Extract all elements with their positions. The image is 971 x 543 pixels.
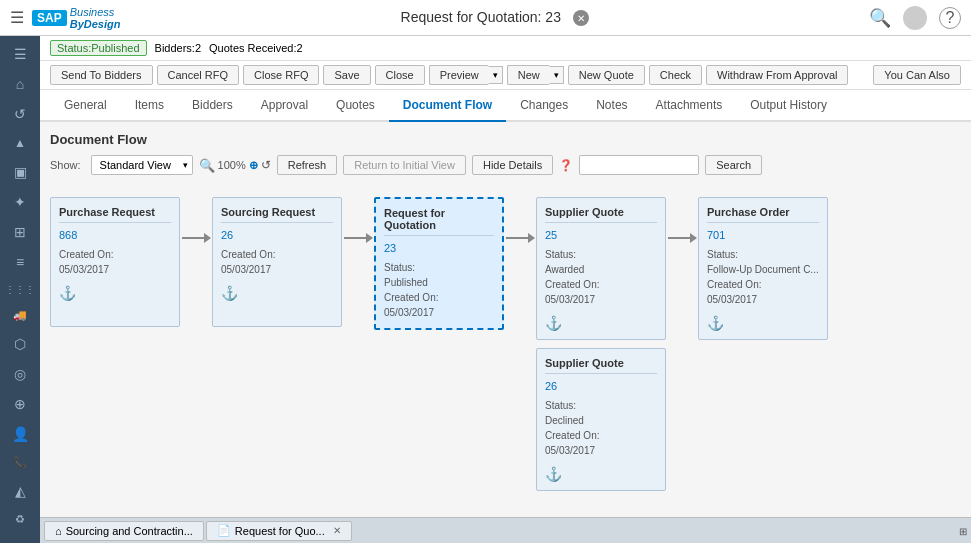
tab-notes[interactable]: Notes: [582, 90, 641, 122]
sidebar-icon-list2[interactable]: ⋮⋮⋮: [0, 278, 40, 301]
save-button[interactable]: Save: [323, 65, 370, 85]
cancel-rfq-button[interactable]: Cancel RFQ: [157, 65, 240, 85]
tab-items[interactable]: Items: [121, 90, 178, 122]
sidebar-icon-target[interactable]: ⊕: [0, 390, 40, 418]
zoom-reset-icon[interactable]: ↺: [261, 158, 271, 172]
help-icon[interactable]: ?: [939, 7, 961, 29]
tab-changes[interactable]: Changes: [506, 90, 582, 122]
node-sq1-id[interactable]: 25: [545, 229, 657, 241]
top-bar-right: 🔍 ?: [869, 6, 961, 30]
created-date-po: 05/03/2017: [707, 292, 819, 307]
node-purchase-request-anchor[interactable]: ⚓: [59, 285, 171, 301]
hide-details-button[interactable]: Hide Details: [472, 155, 553, 175]
created-date-2: 05/03/2017: [221, 262, 333, 277]
node-sourcing-request-id[interactable]: 26: [221, 229, 333, 241]
sidebar-icon-up[interactable]: ▲: [0, 130, 40, 156]
arrow-3: [504, 237, 536, 239]
taskbar-rfq-icon: 📄: [217, 524, 231, 537]
withdraw-button[interactable]: Withdraw From Approval: [706, 65, 848, 85]
sidebar-icon-menu[interactable]: ☰: [0, 40, 40, 68]
search-icon[interactable]: 🔍: [869, 7, 891, 29]
sidebar-icon-recycle[interactable]: ♻: [0, 507, 40, 532]
node-sq2-anchor[interactable]: ⚓: [545, 466, 657, 482]
sidebar-icon-truck[interactable]: 🚚: [0, 303, 40, 328]
tab-approval[interactable]: Approval: [247, 90, 322, 122]
check-button[interactable]: Check: [649, 65, 702, 85]
tab-general[interactable]: General: [50, 90, 121, 122]
node-supplier-quote-1: Supplier Quote 25 Status: Awarded Create…: [536, 197, 666, 340]
send-to-bidders-button[interactable]: Send To Bidders: [50, 65, 153, 85]
sidebar-icon-back[interactable]: ↺: [0, 100, 40, 128]
return-to-initial-button[interactable]: Return to Initial View: [343, 155, 466, 175]
node-purchase-request: Purchase Request 868 Created On: 05/03/2…: [50, 197, 180, 327]
created-date-rfq: 05/03/2017: [384, 305, 494, 320]
taskbar-expand-icon[interactable]: ⊞: [959, 526, 967, 537]
close-rfq-button[interactable]: Close RFQ: [243, 65, 319, 85]
tab-document-flow[interactable]: Document Flow: [389, 90, 506, 122]
node-sq1-anchor[interactable]: ⚓: [545, 315, 657, 331]
sidebar-icon-grid[interactable]: ⊞: [0, 218, 40, 246]
sidebar-icon-home[interactable]: ⌂: [0, 70, 40, 98]
taskbar-rfq[interactable]: 📄 Request for Quo... ✕: [206, 521, 352, 541]
taskbar-sourcing[interactable]: ⌂ Sourcing and Contractin...: [44, 521, 204, 541]
node-po-anchor[interactable]: ⚓: [707, 315, 819, 331]
sidebar-icon-arrows[interactable]: ⊸: [0, 534, 40, 543]
node-po-id[interactable]: 701: [707, 229, 819, 241]
new-quote-button[interactable]: New Quote: [568, 65, 645, 85]
new-arrow[interactable]: ▾: [550, 66, 564, 84]
sidebar-icon-phone[interactable]: 📞: [0, 450, 40, 475]
node-sourcing-request-anchor[interactable]: ⚓: [221, 285, 333, 301]
sidebar-icon-dash1[interactable]: ▣: [0, 158, 40, 186]
tab-quotes[interactable]: Quotes: [322, 90, 389, 122]
created-label-text-2: Created On:: [221, 247, 333, 262]
top-bar: ☰ SAP BusinessByDesign Request for Quota…: [0, 0, 971, 36]
node-sq2-id[interactable]: 26: [545, 380, 657, 392]
node-sq1-title: Supplier Quote: [545, 206, 657, 223]
zoom-in-icon[interactable]: ⊕: [249, 159, 258, 172]
close-title-icon[interactable]: ✕: [573, 10, 589, 26]
tabs-bar: General Items Bidders Approval Quotes Do…: [40, 90, 971, 122]
new-button[interactable]: New: [507, 65, 550, 85]
arrow-2: [342, 237, 374, 239]
taskbar-sourcing-label: Sourcing and Contractin...: [66, 525, 193, 537]
preview-arrow[interactable]: ▾: [489, 66, 503, 84]
created-date-1: 05/03/2017: [59, 262, 171, 277]
status-label-rfq: Status:: [384, 260, 494, 275]
refresh-button[interactable]: Refresh: [277, 155, 338, 175]
sap-logo[interactable]: SAP BusinessByDesign: [32, 6, 120, 30]
node-purchase-request-id[interactable]: 868: [59, 229, 171, 241]
sidebar-icon-hex[interactable]: ⬡: [0, 330, 40, 358]
node-sq2-title: Supplier Quote: [545, 357, 657, 374]
tab-output-history[interactable]: Output History: [736, 90, 841, 122]
search-field[interactable]: [579, 155, 699, 175]
node-supplier-quote-2: Supplier Quote 26 Status: Declined Creat…: [536, 348, 666, 491]
tab-attachments[interactable]: Attachments: [642, 90, 737, 122]
sidebar-icon-circle[interactable]: ◎: [0, 360, 40, 388]
status-bar: Status:Published Bidders:2 Quotes Receiv…: [40, 36, 971, 61]
flow-toolbar: Show: Standard View 🔍 100% ⊕ ↺ Refresh R…: [50, 155, 961, 175]
sidebar-icon-list[interactable]: ≡: [0, 248, 40, 276]
node-sourcing-request-title: Sourcing Request: [221, 206, 333, 223]
node-rfq-id[interactable]: 23: [384, 242, 494, 254]
view-select-wrapper[interactable]: Standard View: [91, 155, 193, 175]
preview-button[interactable]: Preview: [429, 65, 489, 85]
hamburger-icon[interactable]: ☰: [10, 8, 24, 27]
tab-bidders[interactable]: Bidders: [178, 90, 247, 122]
show-label: Show:: [50, 159, 81, 171]
created-label-text-1: Created On:: [59, 247, 171, 262]
main-content: Status:Published Bidders:2 Quotes Receiv…: [40, 36, 971, 543]
sidebar-icon-person[interactable]: 👤: [0, 420, 40, 448]
zoom-out-icon[interactable]: 🔍: [199, 158, 215, 173]
user-avatar[interactable]: [903, 6, 927, 30]
you-can-also-button[interactable]: You Can Also: [873, 65, 961, 85]
view-select[interactable]: Standard View: [91, 155, 193, 175]
hide-details-help-icon[interactable]: ❓: [559, 159, 573, 172]
close-button[interactable]: Close: [375, 65, 425, 85]
created-label-sq1: Created On:: [545, 277, 657, 292]
sidebar-icon-dash2[interactable]: ✦: [0, 188, 40, 216]
created-label-po: Created On:: [707, 277, 819, 292]
sidebar-icon-triangle[interactable]: ◭: [0, 477, 40, 505]
search-button[interactable]: Search: [705, 155, 762, 175]
taskbar-rfq-close[interactable]: ✕: [333, 525, 341, 536]
new-group: New ▾: [507, 65, 564, 85]
